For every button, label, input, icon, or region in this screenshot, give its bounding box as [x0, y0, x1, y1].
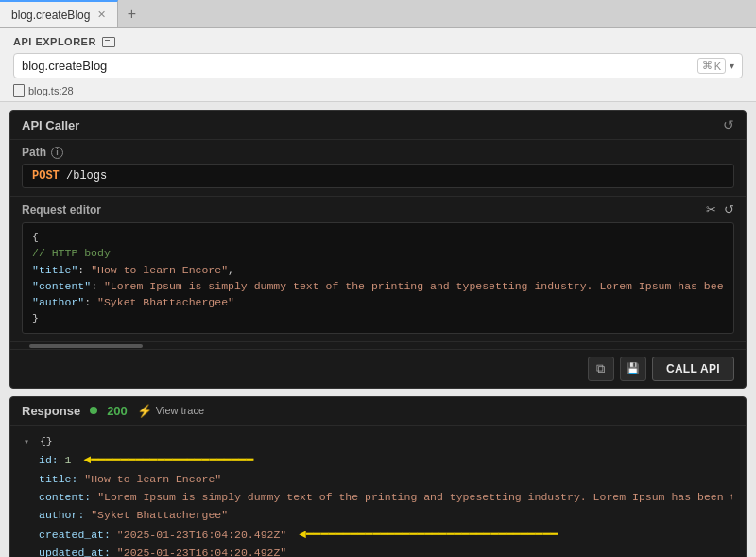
refresh-editor-icon[interactable]: ↺ — [724, 202, 734, 217]
arrow-annotation-1: ◄━━━━━━━━━━━━━━━━━━━━━━ — [83, 450, 253, 470]
tab-bar: blog.createBlog ✕ + — [0, 0, 756, 28]
response-line-bracket: ▾ {} — [24, 433, 732, 451]
window-icon — [102, 37, 115, 47]
api-explorer-text: API EXPLORER — [13, 36, 96, 47]
api-explorer-header: API EXPLORER ⌘ K ▾ blog.ts:28 — [0, 28, 756, 102]
view-trace-link[interactable]: ⚡ View trace — [137, 404, 204, 418]
k-key: K — [714, 61, 721, 72]
tab-label: blog.createBlog — [11, 9, 90, 22]
code-line-6: } — [32, 310, 724, 326]
response-card: Response 200 ⚡ View trace ▾ {} id: 1 ◄━━… — [9, 396, 747, 558]
path-endpoint: /blogs — [66, 169, 107, 183]
content-value: "Lorem Ipsum is simply dummy text of the… — [97, 491, 732, 503]
main-area: API Caller ↺ Path i POST /blogs Request … — [0, 102, 756, 557]
created-value: "2025-01-23T16:04:20.492Z" — [117, 529, 286, 541]
response-line-updated: updated_at: "2025-01-23T16:04:20.492Z" — [24, 545, 732, 557]
horizontal-scrollbar[interactable] — [10, 342, 746, 350]
chevron-down-icon[interactable]: ▾ — [730, 61, 734, 71]
request-icons: ✂ ↺ — [706, 202, 734, 217]
response-line-author: author: "Syket Bhattachergee" — [24, 507, 732, 525]
add-tab-button[interactable]: + — [118, 0, 145, 27]
keyboard-shortcut: ⌘ K — [697, 58, 726, 74]
content-key: content: — [39, 491, 97, 503]
http-method: POST — [32, 169, 60, 183]
api-caller-title: API Caller — [22, 118, 79, 132]
search-input[interactable] — [22, 59, 697, 73]
tab-close-icon[interactable]: ✕ — [97, 9, 106, 21]
response-body: ▾ {} id: 1 ◄━━━━━━━━━━━━━━━━━━━━━━ title… — [10, 426, 746, 558]
id-key: id: — [39, 454, 65, 466]
response-line-created: created_at: "2025-01-23T16:04:20.492Z" ◄… — [24, 525, 732, 545]
code-line-1: { — [32, 229, 724, 245]
save-icon: 💾 — [627, 362, 640, 374]
response-header: Response 200 ⚡ View trace — [10, 397, 746, 426]
code-line-5: "author": "Syket Bhattachergee" — [32, 294, 724, 310]
response-line-title: title: "How to learn Encore" — [24, 471, 732, 489]
cmd-symbol: ⌘ — [702, 60, 713, 72]
path-label: Path i — [22, 146, 734, 159]
status-code: 200 — [107, 404, 128, 418]
file-link-text: blog.ts:28 — [28, 85, 74, 96]
scrollbar-thumb[interactable] — [29, 344, 143, 348]
arrow-annotation-2: ◄━━━━━━━━━━━━━━━━━━━━━━━━━━━━━━━━━━ — [299, 525, 558, 545]
file-link[interactable]: blog.ts:28 — [13, 84, 743, 97]
path-label-text: Path — [22, 146, 46, 159]
code-line-3: "title": "How to learn Encore", — [32, 262, 724, 278]
trace-icon: ⚡ — [137, 404, 152, 418]
code-line-4: "content": "Lorem Ipsum is simply dummy … — [32, 278, 724, 294]
file-icon — [13, 84, 25, 97]
response-line-id: id: 1 ◄━━━━━━━━━━━━━━━━━━━━━━ — [24, 450, 732, 470]
request-editor-label: Request editor — [22, 203, 101, 217]
author-value: "Syket Bhattachergee" — [91, 509, 228, 521]
title-key: title: — [39, 473, 84, 485]
api-caller-card: API Caller ↺ Path i POST /blogs Request … — [9, 110, 747, 389]
title-value: "How to learn Encore" — [84, 473, 221, 485]
save-button[interactable]: 💾 — [620, 357, 646, 381]
updated-key: updated_at: — [39, 547, 117, 557]
api-explorer-label: API EXPLORER — [13, 36, 743, 47]
refresh-icon[interactable]: ↺ — [723, 117, 734, 132]
code-editor[interactable]: { // HTTP body "title": "How to learn En… — [22, 222, 734, 334]
copy-icon: ⧉ — [596, 361, 605, 376]
path-value: POST /blogs — [22, 164, 734, 188]
info-icon[interactable]: i — [51, 147, 63, 159]
api-caller-header: API Caller ↺ — [10, 111, 746, 140]
request-header: Request editor ✂ ↺ — [22, 202, 734, 217]
author-key: author: — [39, 509, 91, 521]
path-section: Path i POST /blogs — [10, 140, 746, 197]
collapse-icon[interactable]: ▾ — [24, 437, 29, 447]
response-line-content: content: "Lorem Ipsum is simply dummy te… — [24, 489, 732, 507]
call-api-button[interactable]: CALL API — [652, 357, 734, 381]
created-key: created_at: — [39, 529, 117, 541]
copy-button[interactable]: ⧉ — [588, 357, 614, 381]
status-dot — [90, 407, 97, 414]
request-section: Request editor ✂ ↺ { // HTTP body "title… — [10, 197, 746, 342]
id-value: 1 — [65, 454, 72, 466]
resp-open-brace: {} — [40, 435, 53, 447]
scissors-icon[interactable]: ✂ — [706, 202, 716, 217]
action-row: ⧉ 💾 CALL API — [10, 350, 746, 388]
active-tab[interactable]: blog.createBlog ✕ — [0, 0, 118, 27]
search-row[interactable]: ⌘ K ▾ — [13, 53, 743, 78]
updated-value: "2025-01-23T16:04:20.492Z" — [117, 547, 286, 557]
response-title: Response — [22, 404, 80, 418]
code-line-2: // HTTP body — [32, 245, 724, 261]
view-trace-label: View trace — [156, 405, 204, 416]
